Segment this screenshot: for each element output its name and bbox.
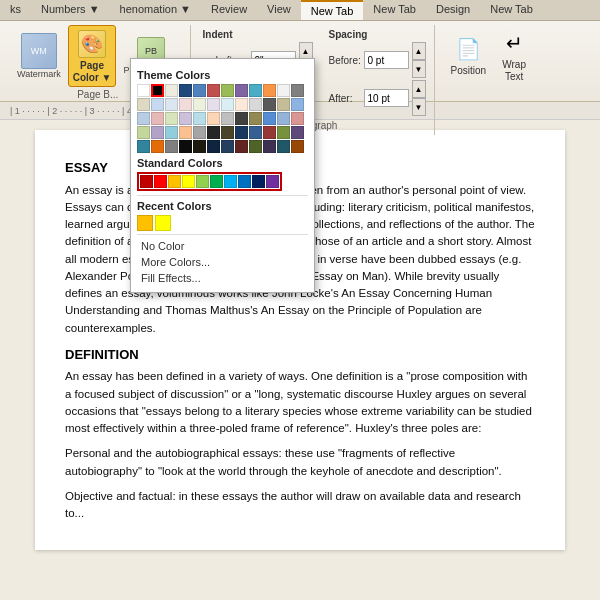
theme-color-swatch[interactable] — [277, 84, 290, 97]
tab-design[interactable]: Design — [426, 0, 480, 20]
theme-color-swatch[interactable] — [193, 112, 206, 125]
standard-color-swatch[interactable] — [196, 175, 209, 188]
theme-color-swatch[interactable] — [291, 98, 304, 111]
theme-color-swatch[interactable] — [179, 84, 192, 97]
spacing-after-up[interactable]: ▲ — [412, 80, 426, 98]
theme-color-swatch[interactable] — [137, 126, 150, 139]
wrap-text-button[interactable]: ↵ WrapText — [494, 25, 534, 85]
theme-color-swatch[interactable] — [249, 126, 262, 139]
theme-color-swatch[interactable] — [263, 126, 276, 139]
fill-effects-item[interactable]: Fill Effects... — [137, 270, 308, 286]
standard-color-swatch[interactable] — [238, 175, 251, 188]
tab-new-tab-1[interactable]: New Tab — [301, 0, 364, 20]
tab-new-tab-3[interactable]: New Tab — [480, 0, 543, 20]
theme-color-swatch[interactable] — [165, 98, 178, 111]
standard-color-swatch[interactable] — [266, 175, 279, 188]
tab-view[interactable]: View — [257, 0, 301, 20]
theme-color-swatch[interactable] — [249, 98, 262, 111]
theme-color-swatch[interactable] — [277, 98, 290, 111]
spacing-group: Spacing Before: ▲ ▼ After: ▲ — [329, 29, 426, 118]
theme-color-swatch[interactable] — [179, 98, 192, 111]
tab-ks[interactable]: ks — [0, 0, 31, 20]
theme-color-swatch[interactable] — [193, 84, 206, 97]
spacing-after-down[interactable]: ▼ — [412, 98, 426, 116]
theme-color-swatch[interactable] — [179, 126, 192, 139]
theme-color-swatch[interactable] — [165, 140, 178, 153]
theme-color-swatch[interactable] — [207, 84, 220, 97]
no-color-item[interactable]: No Color — [137, 238, 308, 254]
color-picker-dropdown: Theme Colors Standard Colors Recent Colo… — [130, 58, 315, 293]
more-colors-item[interactable]: More Colors... — [137, 254, 308, 270]
tab-review[interactable]: Review — [201, 0, 257, 20]
theme-color-swatch[interactable] — [263, 112, 276, 125]
theme-color-swatch[interactable] — [221, 98, 234, 111]
theme-color-swatch[interactable] — [291, 126, 304, 139]
theme-color-swatch[interactable] — [291, 140, 304, 153]
standard-color-swatch[interactable] — [210, 175, 223, 188]
theme-color-swatch[interactable] — [151, 126, 164, 139]
theme-color-swatch[interactable] — [291, 84, 304, 97]
page-color-icon: 🎨 — [76, 28, 108, 60]
position-button[interactable]: 📄 Position — [447, 31, 491, 79]
theme-color-swatch[interactable] — [207, 140, 220, 153]
theme-color-swatch[interactable] — [165, 126, 178, 139]
theme-color-swatch[interactable] — [249, 84, 262, 97]
theme-color-swatch[interactable] — [277, 126, 290, 139]
theme-color-swatch[interactable] — [263, 140, 276, 153]
spacing-before-up[interactable]: ▲ — [412, 42, 426, 60]
theme-color-swatch[interactable] — [137, 98, 150, 111]
page-color-button[interactable]: 🎨 PageColor ▼ — [68, 25, 117, 87]
tab-new-tab-2[interactable]: New Tab — [363, 0, 426, 20]
theme-color-swatch[interactable] — [207, 126, 220, 139]
theme-color-swatch[interactable] — [235, 140, 248, 153]
theme-color-swatch[interactable] — [151, 84, 164, 97]
theme-color-swatch[interactable] — [193, 98, 206, 111]
theme-color-swatch[interactable] — [235, 84, 248, 97]
theme-color-swatch[interactable] — [207, 112, 220, 125]
theme-color-swatch[interactable] — [151, 112, 164, 125]
ribbon: ks Numbers ▼ henomation ▼ Review View Ne… — [0, 0, 600, 102]
theme-color-swatch[interactable] — [291, 112, 304, 125]
standard-color-swatch[interactable] — [140, 175, 153, 188]
watermark-button[interactable]: WM Watermark — [14, 32, 64, 80]
theme-color-swatch[interactable] — [207, 98, 220, 111]
spacing-before-down[interactable]: ▼ — [412, 60, 426, 78]
standard-color-swatch[interactable] — [182, 175, 195, 188]
page-color-label: PageColor ▼ — [73, 60, 112, 84]
theme-color-swatch[interactable] — [263, 84, 276, 97]
tab-numbers[interactable]: Numbers ▼ — [31, 0, 110, 20]
standard-color-swatch[interactable] — [168, 175, 181, 188]
theme-color-swatch[interactable] — [235, 126, 248, 139]
theme-color-swatch[interactable] — [165, 112, 178, 125]
theme-color-swatch[interactable] — [179, 140, 192, 153]
theme-color-swatch[interactable] — [193, 126, 206, 139]
definition-paragraph-2: Personal and the autobiographical essays… — [65, 445, 535, 480]
theme-color-swatch[interactable] — [221, 126, 234, 139]
spacing-before-input[interactable] — [364, 51, 409, 69]
theme-color-swatch[interactable] — [249, 112, 262, 125]
theme-color-swatch[interactable] — [137, 112, 150, 125]
theme-color-swatch[interactable] — [151, 98, 164, 111]
theme-color-swatch[interactable] — [235, 98, 248, 111]
tab-henomation[interactable]: henomation ▼ — [110, 0, 201, 20]
theme-color-swatch[interactable] — [151, 140, 164, 153]
spacing-after-input[interactable] — [364, 89, 409, 107]
theme-color-swatch[interactable] — [277, 140, 290, 153]
theme-color-swatch[interactable] — [277, 112, 290, 125]
standard-color-swatch[interactable] — [252, 175, 265, 188]
theme-color-swatch[interactable] — [249, 140, 262, 153]
recent-color-swatch[interactable] — [155, 215, 171, 231]
theme-color-swatch[interactable] — [137, 140, 150, 153]
theme-color-swatch[interactable] — [221, 112, 234, 125]
theme-color-swatch[interactable] — [137, 84, 150, 97]
theme-color-swatch[interactable] — [193, 140, 206, 153]
recent-color-swatch[interactable] — [137, 215, 153, 231]
theme-color-swatch[interactable] — [263, 98, 276, 111]
theme-color-swatch[interactable] — [221, 140, 234, 153]
theme-color-swatch[interactable] — [235, 112, 248, 125]
theme-color-swatch[interactable] — [165, 84, 178, 97]
theme-color-swatch[interactable] — [221, 84, 234, 97]
standard-color-swatch[interactable] — [154, 175, 167, 188]
standard-color-swatch[interactable] — [224, 175, 237, 188]
theme-color-swatch[interactable] — [179, 112, 192, 125]
